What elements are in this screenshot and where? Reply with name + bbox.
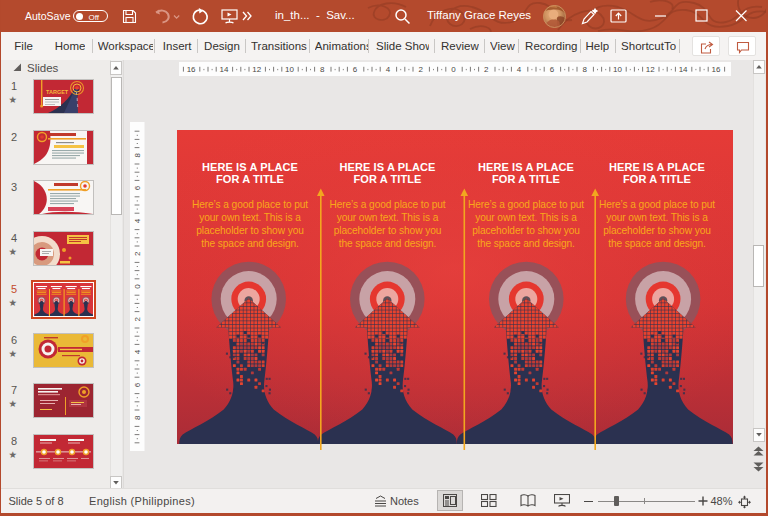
svg-text:2: 2 xyxy=(133,251,142,256)
svg-text:2: 2 xyxy=(484,65,489,74)
svg-text:12: 12 xyxy=(646,65,655,74)
svg-text:2: 2 xyxy=(418,65,423,74)
svg-text:10: 10 xyxy=(613,65,622,74)
svg-text:12: 12 xyxy=(252,65,261,74)
svg-text:4: 4 xyxy=(133,349,142,354)
svg-text:4: 4 xyxy=(133,218,142,223)
svg-text:14: 14 xyxy=(679,65,688,74)
svg-text:6: 6 xyxy=(133,382,142,387)
svg-text:10: 10 xyxy=(285,65,294,74)
svg-text:0: 0 xyxy=(133,284,142,289)
svg-text:14: 14 xyxy=(219,65,228,74)
svg-text:8: 8 xyxy=(133,153,142,158)
svg-text:8: 8 xyxy=(582,65,587,74)
svg-text:TARGET: TARGET xyxy=(46,89,69,95)
svg-text:6: 6 xyxy=(550,65,555,74)
svg-text:16: 16 xyxy=(187,65,196,74)
svg-text:8: 8 xyxy=(320,65,325,74)
svg-text:6: 6 xyxy=(133,185,142,190)
svg-text:6: 6 xyxy=(353,65,358,74)
svg-text:4: 4 xyxy=(517,65,522,74)
svg-text:4: 4 xyxy=(386,65,391,74)
svg-text:8: 8 xyxy=(133,415,142,420)
svg-text:Slides: Slides xyxy=(27,62,59,74)
svg-text:16: 16 xyxy=(711,65,720,74)
svg-text:2: 2 xyxy=(133,317,142,322)
svg-text:0: 0 xyxy=(451,65,456,74)
